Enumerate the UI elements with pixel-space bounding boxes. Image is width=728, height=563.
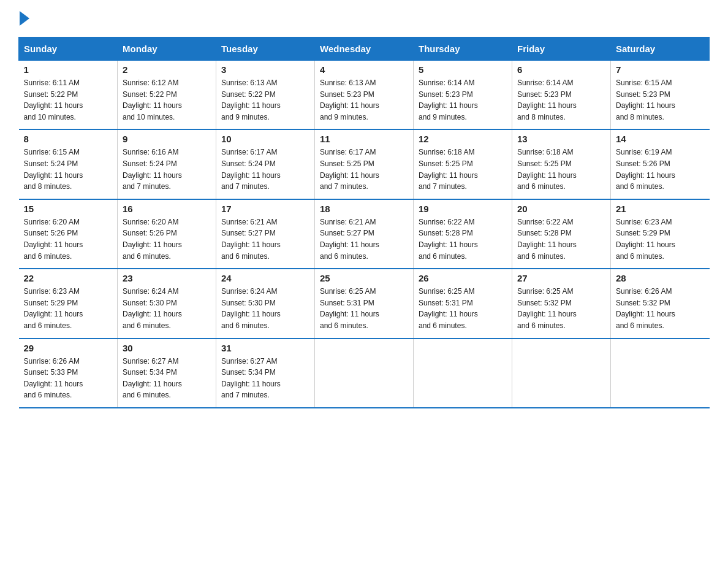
calendar-week-row: 15Sunrise: 6:20 AMSunset: 5:26 PMDayligh… <box>19 199 710 269</box>
calendar-week-row: 8Sunrise: 6:15 AMSunset: 5:24 PMDaylight… <box>19 129 710 199</box>
day-info: Sunrise: 6:15 AMSunset: 5:23 PMDaylight:… <box>616 77 705 123</box>
day-info: Sunrise: 6:18 AMSunset: 5:25 PMDaylight:… <box>419 147 507 192</box>
day-info: Sunrise: 6:23 AMSunset: 5:29 PMDaylight:… <box>24 286 113 331</box>
calendar-cell: 17Sunrise: 6:21 AMSunset: 5:27 PMDayligh… <box>216 199 315 269</box>
day-info: Sunrise: 6:21 AMSunset: 5:27 PMDaylight:… <box>221 216 309 262</box>
day-info: Sunrise: 6:11 AMSunset: 5:22 PMDaylight:… <box>24 77 113 123</box>
day-number: 15 <box>24 204 113 214</box>
day-info: Sunrise: 6:13 AMSunset: 5:23 PMDaylight:… <box>320 77 408 123</box>
day-info: Sunrise: 6:14 AMSunset: 5:23 PMDaylight:… <box>419 77 507 123</box>
calendar-cell: 26Sunrise: 6:25 AMSunset: 5:31 PMDayligh… <box>414 269 512 338</box>
calendar-cell: 22Sunrise: 6:23 AMSunset: 5:29 PMDayligh… <box>19 269 118 338</box>
calendar-week-row: 22Sunrise: 6:23 AMSunset: 5:29 PMDayligh… <box>19 269 710 338</box>
calendar-cell <box>512 339 611 408</box>
calendar-cell: 8Sunrise: 6:15 AMSunset: 5:24 PMDaylight… <box>19 129 118 199</box>
day-info: Sunrise: 6:27 AMSunset: 5:34 PMDaylight:… <box>221 356 309 401</box>
calendar-cell <box>414 339 512 408</box>
calendar-cell: 4Sunrise: 6:13 AMSunset: 5:23 PMDaylight… <box>315 61 414 130</box>
calendar-week-row: 1Sunrise: 6:11 AMSunset: 5:22 PMDaylight… <box>19 61 710 130</box>
day-info: Sunrise: 6:23 AMSunset: 5:29 PMDaylight:… <box>616 216 705 262</box>
day-info: Sunrise: 6:22 AMSunset: 5:28 PMDaylight:… <box>419 216 507 262</box>
day-number: 19 <box>419 204 507 214</box>
calendar-header-monday: Monday <box>118 37 216 61</box>
page-header <box>18 12 710 26</box>
day-info: Sunrise: 6:21 AMSunset: 5:27 PMDaylight:… <box>320 216 408 262</box>
calendar-cell: 30Sunrise: 6:27 AMSunset: 5:34 PMDayligh… <box>118 339 216 408</box>
calendar-cell: 14Sunrise: 6:19 AMSunset: 5:26 PMDayligh… <box>611 129 710 199</box>
calendar-table: SundayMondayTuesdayWednesdayThursdayFrid… <box>18 37 710 408</box>
calendar-cell: 28Sunrise: 6:26 AMSunset: 5:32 PMDayligh… <box>611 269 710 338</box>
day-number: 6 <box>517 64 605 75</box>
calendar-cell: 25Sunrise: 6:25 AMSunset: 5:31 PMDayligh… <box>315 269 414 338</box>
calendar-cell: 9Sunrise: 6:16 AMSunset: 5:24 PMDaylight… <box>118 129 216 199</box>
calendar-cell: 16Sunrise: 6:20 AMSunset: 5:26 PMDayligh… <box>118 199 216 269</box>
calendar-header-friday: Friday <box>512 37 611 61</box>
day-number: 18 <box>320 204 408 214</box>
day-number: 24 <box>221 273 309 283</box>
day-number: 3 <box>221 64 309 75</box>
day-number: 8 <box>24 134 113 144</box>
calendar-week-row: 29Sunrise: 6:26 AMSunset: 5:33 PMDayligh… <box>19 339 710 408</box>
calendar-cell: 7Sunrise: 6:15 AMSunset: 5:23 PMDaylight… <box>611 61 710 130</box>
day-number: 20 <box>517 204 605 214</box>
day-number: 5 <box>419 64 507 75</box>
day-number: 4 <box>320 64 408 75</box>
calendar-cell: 23Sunrise: 6:24 AMSunset: 5:30 PMDayligh… <box>118 269 216 338</box>
day-number: 22 <box>24 273 113 283</box>
calendar-cell <box>611 339 710 408</box>
calendar-cell: 21Sunrise: 6:23 AMSunset: 5:29 PMDayligh… <box>611 199 710 269</box>
day-info: Sunrise: 6:25 AMSunset: 5:31 PMDaylight:… <box>419 286 507 331</box>
calendar-header-sunday: Sunday <box>19 37 118 61</box>
day-number: 28 <box>616 273 705 283</box>
calendar-header-saturday: Saturday <box>611 37 710 61</box>
day-number: 11 <box>320 134 408 144</box>
day-number: 23 <box>123 273 211 283</box>
day-number: 29 <box>24 343 113 353</box>
calendar-cell: 11Sunrise: 6:17 AMSunset: 5:25 PMDayligh… <box>315 129 414 199</box>
day-number: 21 <box>616 204 705 214</box>
day-number: 16 <box>123 204 211 214</box>
day-info: Sunrise: 6:20 AMSunset: 5:26 PMDaylight:… <box>24 216 113 262</box>
calendar-header-row: SundayMondayTuesdayWednesdayThursdayFrid… <box>19 37 710 61</box>
day-number: 13 <box>517 134 605 144</box>
day-number: 9 <box>123 134 211 144</box>
calendar-header-tuesday: Tuesday <box>216 37 315 61</box>
calendar-header-thursday: Thursday <box>414 37 512 61</box>
calendar-cell: 10Sunrise: 6:17 AMSunset: 5:24 PMDayligh… <box>216 129 315 199</box>
calendar-header-wednesday: Wednesday <box>315 37 414 61</box>
day-info: Sunrise: 6:16 AMSunset: 5:24 PMDaylight:… <box>123 147 211 192</box>
calendar-cell: 29Sunrise: 6:26 AMSunset: 5:33 PMDayligh… <box>19 339 118 408</box>
day-info: Sunrise: 6:12 AMSunset: 5:22 PMDaylight:… <box>123 77 211 123</box>
calendar-cell: 6Sunrise: 6:14 AMSunset: 5:23 PMDaylight… <box>512 61 611 130</box>
calendar-cell <box>315 339 414 408</box>
day-info: Sunrise: 6:24 AMSunset: 5:30 PMDaylight:… <box>221 286 309 331</box>
day-number: 10 <box>221 134 309 144</box>
calendar-cell: 20Sunrise: 6:22 AMSunset: 5:28 PMDayligh… <box>512 199 611 269</box>
day-number: 1 <box>24 64 113 75</box>
calendar-cell: 1Sunrise: 6:11 AMSunset: 5:22 PMDaylight… <box>19 61 118 130</box>
calendar-cell: 2Sunrise: 6:12 AMSunset: 5:22 PMDaylight… <box>118 61 216 130</box>
calendar-cell: 18Sunrise: 6:21 AMSunset: 5:27 PMDayligh… <box>315 199 414 269</box>
day-info: Sunrise: 6:17 AMSunset: 5:25 PMDaylight:… <box>320 147 408 192</box>
day-info: Sunrise: 6:27 AMSunset: 5:34 PMDaylight:… <box>123 356 211 401</box>
calendar-cell: 3Sunrise: 6:13 AMSunset: 5:22 PMDaylight… <box>216 61 315 130</box>
day-info: Sunrise: 6:20 AMSunset: 5:26 PMDaylight:… <box>123 216 211 262</box>
day-number: 27 <box>517 273 605 283</box>
day-info: Sunrise: 6:14 AMSunset: 5:23 PMDaylight:… <box>517 77 605 123</box>
day-info: Sunrise: 6:24 AMSunset: 5:30 PMDaylight:… <box>123 286 211 331</box>
day-info: Sunrise: 6:26 AMSunset: 5:33 PMDaylight:… <box>24 356 113 401</box>
day-info: Sunrise: 6:26 AMSunset: 5:32 PMDaylight:… <box>616 286 705 331</box>
day-number: 31 <box>221 343 309 353</box>
day-info: Sunrise: 6:19 AMSunset: 5:26 PMDaylight:… <box>616 147 705 192</box>
calendar-cell: 5Sunrise: 6:14 AMSunset: 5:23 PMDaylight… <box>414 61 512 130</box>
day-number: 26 <box>419 273 507 283</box>
calendar-cell: 24Sunrise: 6:24 AMSunset: 5:30 PMDayligh… <box>216 269 315 338</box>
calendar-cell: 19Sunrise: 6:22 AMSunset: 5:28 PMDayligh… <box>414 199 512 269</box>
day-number: 30 <box>123 343 211 353</box>
day-info: Sunrise: 6:25 AMSunset: 5:31 PMDaylight:… <box>320 286 408 331</box>
calendar-cell: 31Sunrise: 6:27 AMSunset: 5:34 PMDayligh… <box>216 339 315 408</box>
day-info: Sunrise: 6:15 AMSunset: 5:24 PMDaylight:… <box>24 147 113 192</box>
calendar-cell: 12Sunrise: 6:18 AMSunset: 5:25 PMDayligh… <box>414 129 512 199</box>
logo-arrow-icon <box>20 11 29 26</box>
day-number: 2 <box>123 64 211 75</box>
